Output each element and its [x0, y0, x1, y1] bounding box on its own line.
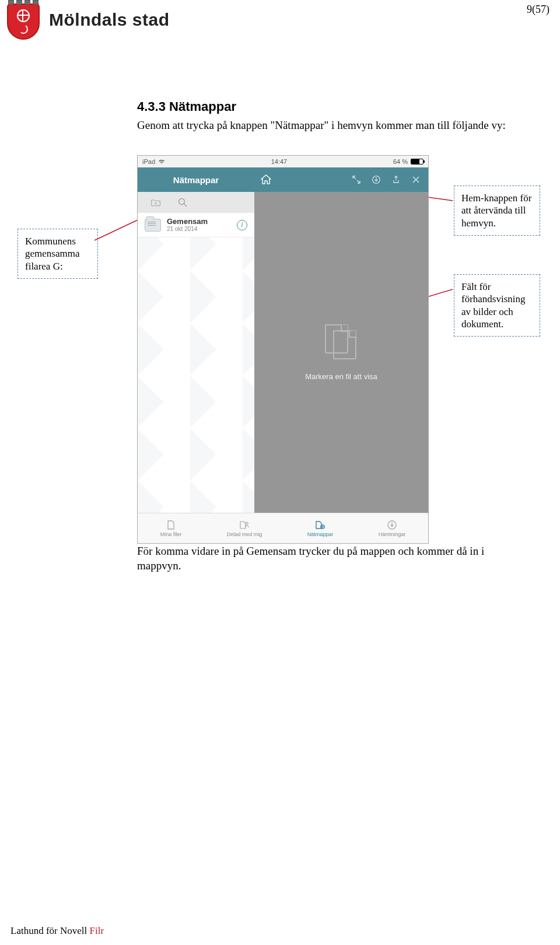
- device-label: iPad: [142, 158, 155, 165]
- appbar-actions: [351, 174, 428, 185]
- info-icon[interactable]: i: [237, 220, 247, 230]
- footer-product: Filr: [90, 925, 104, 936]
- list-toolbar: [138, 192, 254, 213]
- tab-label: Nätmappar: [307, 531, 334, 537]
- netfolder-icon: [314, 520, 327, 530]
- brand-name: Mölndals stad: [49, 10, 170, 30]
- wifi-icon: [158, 159, 165, 164]
- tab-label: Hämtningar: [379, 531, 406, 537]
- item-title: Gemensam: [167, 218, 208, 226]
- tab-bar: Mina filer Delad med mig Nätmappar Hämtn…: [138, 513, 428, 543]
- expand-icon[interactable]: [351, 174, 362, 185]
- folder-icon: [145, 219, 161, 232]
- tab-my-files[interactable]: Mina filer: [160, 520, 182, 537]
- file-list: Gemensam 21 okt 2014 i: [138, 213, 254, 237]
- app-screenshot: iPad 14:47 64 % Nätmappar: [137, 155, 429, 544]
- hook-icon: [18, 24, 29, 35]
- footer-prefix: Lathund för Novell: [10, 925, 90, 936]
- home-button[interactable]: [254, 174, 278, 185]
- globe-icon: [17, 9, 30, 22]
- page-number: 9(57): [527, 4, 550, 16]
- downloads-icon: [386, 520, 398, 530]
- preview-panel: Markera en fil att visa: [254, 192, 428, 513]
- svg-line-5: [184, 204, 187, 207]
- svg-point-6: [246, 522, 248, 524]
- shared-icon: [238, 520, 251, 530]
- search-icon[interactable]: [177, 197, 188, 208]
- callout-preview-area: Fält för förhandsvisning av bilder och d…: [454, 274, 540, 337]
- list-item[interactable]: Gemensam 21 okt 2014 i: [138, 213, 254, 237]
- download-icon[interactable]: [371, 174, 382, 185]
- section-heading: 4.3.3 Nätmappar: [137, 99, 525, 114]
- file-list-panel: Gemensam 21 okt 2014 i: [138, 192, 254, 513]
- app-bar: Nätmappar: [138, 167, 428, 192]
- section-after: För komma vidare in på Gemensam trycker …: [137, 544, 525, 573]
- callout-left: Kommunens gemensamma filarea G:: [18, 229, 98, 279]
- split-view: Gemensam 21 okt 2014 i Markera en fil at…: [138, 192, 428, 513]
- new-folder-icon[interactable]: [150, 197, 161, 208]
- status-bar: iPad 14:47 64 %: [138, 156, 428, 167]
- documents-icon: [325, 324, 358, 359]
- section-intro: Genom att trycka på knappen "Nätmappar" …: [137, 118, 525, 133]
- tab-netfolders[interactable]: Nätmappar: [307, 520, 334, 537]
- callout-home-button: Hem-knappen för att återvända till hemvy…: [454, 186, 540, 236]
- shield-icon: [7, 0, 40, 40]
- item-subtitle: 21 okt 2014: [167, 226, 208, 232]
- file-icon: [164, 520, 177, 530]
- home-icon: [260, 174, 272, 185]
- brand-logo: Mölndals stad: [7, 0, 170, 40]
- share-icon[interactable]: [391, 174, 401, 185]
- close-icon[interactable]: [411, 174, 421, 185]
- footer: Lathund för Novell Filr: [10, 925, 104, 937]
- preview-caption: Markera en fil att visa: [305, 372, 377, 381]
- svg-point-4: [179, 199, 185, 205]
- battery-percent: 64 %: [393, 158, 408, 165]
- tab-label: Mina filer: [160, 531, 182, 537]
- tab-label: Delad med mig: [227, 531, 262, 537]
- tab-shared[interactable]: Delad med mig: [227, 520, 262, 537]
- tab-downloads[interactable]: Hämtningar: [379, 520, 406, 537]
- status-time: 14:47: [271, 158, 288, 165]
- app-title: Nätmappar: [138, 175, 254, 185]
- battery-icon: [411, 159, 424, 164]
- page: Mölndals stad 9(57) 4.3.3 Nätmappar Geno…: [0, 0, 560, 945]
